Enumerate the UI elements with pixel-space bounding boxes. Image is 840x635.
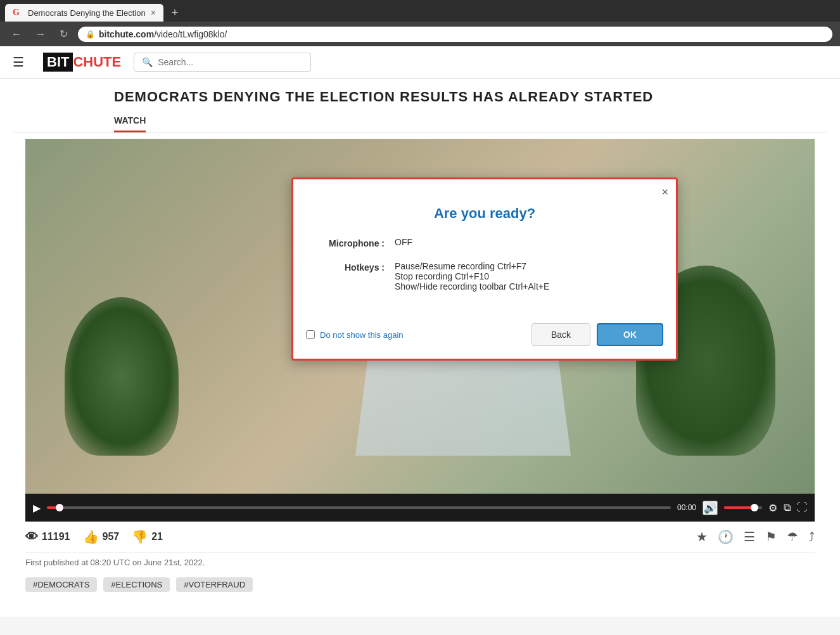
watch-tab-bar: WATCH	[13, 110, 827, 132]
dialog-footer: Do not show this again Back OK	[293, 317, 676, 359]
tag-voterfraud[interactable]: #VOTERFRAUD	[176, 577, 253, 592]
video-title: DEMOCRATS DENYING THE ELECTION RESULTS H…	[13, 79, 827, 105]
watchlater-icon[interactable]: 🕐	[718, 529, 734, 544]
site-header: ☰ BIT CHUTE 🔍	[0, 46, 840, 79]
forward-btn[interactable]: →	[32, 26, 49, 42]
hotkey-line-3: Show/Hide recording toolbar Ctrl+Alt+E	[395, 281, 549, 292]
do-not-show-wrap[interactable]: Do not show this again	[306, 330, 404, 340]
time-display: 00:00	[677, 503, 696, 512]
microphone-label: Microphone :	[319, 237, 395, 248]
dialog-body: Are you ready? Microphone : OFF Hotkeys …	[293, 199, 676, 317]
microphone-row: Microphone : OFF	[319, 237, 651, 248]
tag-elections[interactable]: #ELECTIONS	[103, 577, 170, 592]
hotkeys-value: Pause/Resume recording Ctrl+F7 Stop reco…	[395, 261, 549, 292]
video-meta: First published at 08:20 UTC on June 21s…	[25, 553, 815, 572]
fullscreen-btn[interactable]: ⛶	[797, 502, 807, 513]
search-bar[interactable]: 🔍	[134, 53, 311, 72]
do-not-show-label: Do not show this again	[320, 330, 404, 340]
logo-bit: BIT	[43, 53, 73, 72]
dialog-title: Are you ready?	[319, 205, 651, 222]
progress-indicator	[56, 504, 63, 511]
dislikes-count: 21	[151, 531, 163, 542]
dialog: × Are you ready? Microphone : OFF Hotkey…	[291, 177, 678, 361]
search-icon: 🔍	[142, 57, 153, 67]
favorite-icon[interactable]: ★	[696, 529, 708, 544]
volume-bar[interactable]	[724, 506, 762, 509]
tab-title: Democrats Denying the Election	[28, 8, 146, 18]
ok-button[interactable]: OK	[597, 323, 663, 346]
new-tab-btn[interactable]: +	[166, 4, 184, 22]
hamburger-icon[interactable]: ☰	[13, 55, 24, 70]
play-btn[interactable]: ▶	[33, 502, 41, 514]
lock-icon: 🔒	[86, 30, 95, 39]
address-text: bitchute.com/video/tLwfig08klo/	[99, 29, 825, 39]
back-button[interactable]: Back	[531, 323, 590, 346]
address-domain: bitchute.com	[99, 29, 154, 39]
active-tab[interactable]: G Democrats Denying the Election ×	[5, 4, 163, 22]
views-stat: 👁 11191	[25, 530, 70, 544]
plant-left	[65, 297, 179, 456]
progress-bar[interactable]	[47, 506, 671, 509]
external-btn[interactable]: ⧉	[784, 502, 791, 513]
thumbdown-icon: 👎	[132, 529, 148, 544]
refresh-btn[interactable]: ↻	[56, 25, 72, 42]
umbrella-icon[interactable]: ☂	[787, 529, 798, 544]
hotkeys-label: Hotkeys :	[319, 261, 395, 273]
eye-icon: 👁	[25, 530, 38, 544]
likes-count: 957	[103, 531, 120, 542]
published-date: First published at 08:20 UTC on June 21s…	[25, 558, 205, 567]
address-input[interactable]: 🔒 bitchute.com/video/tLwfig08klo/	[78, 27, 832, 42]
dialog-buttons: Back OK	[531, 323, 663, 346]
playlist-icon[interactable]: ☰	[744, 529, 755, 544]
tab-bar: G Democrats Denying the Election × +	[0, 0, 840, 22]
dislikes-stat[interactable]: 👎 21	[132, 529, 163, 544]
hotkeys-row: Hotkeys : Pause/Resume recording Ctrl+F7…	[319, 261, 651, 292]
dialog-close-btn[interactable]: ×	[661, 186, 668, 199]
watch-tab[interactable]: WATCH	[114, 110, 146, 132]
do-not-show-checkbox[interactable]	[306, 330, 315, 339]
video-controls: ▶ 00:00 🔊 ⚙ ⧉ ⛶	[25, 494, 815, 522]
browser-chrome: G Democrats Denying the Election × + ← →…	[0, 0, 840, 46]
back-btn[interactable]: ←	[8, 26, 25, 42]
likes-stat[interactable]: 👍 957	[83, 529, 120, 544]
volume-btn[interactable]: 🔊	[703, 501, 718, 515]
logo-chute: CHUTE	[73, 54, 121, 70]
thumbup-icon: 👍	[83, 529, 99, 544]
flag-icon[interactable]: ⚑	[765, 529, 777, 544]
hotkey-line-1: Pause/Resume recording Ctrl+F7	[395, 261, 549, 271]
action-icons: ★ 🕐 ☰ ⚑ ☂ ⤴	[696, 529, 815, 544]
address-bar: ← → ↻ 🔒 bitchute.com/video/tLwfig08klo/	[0, 22, 840, 46]
volume-fill	[724, 506, 754, 509]
tags-row: #DEMOCRATS #ELECTIONS #VOTERFRAUD	[25, 572, 815, 597]
microphone-value: OFF	[395, 237, 412, 247]
search-input[interactable]	[158, 57, 284, 67]
logo: BIT CHUTE	[43, 53, 121, 72]
favicon: G	[13, 8, 23, 18]
views-count: 11191	[42, 531, 70, 542]
volume-indicator	[751, 504, 758, 511]
share-icon[interactable]: ⤴	[808, 530, 815, 544]
address-path: /video/tLwfig08klo/	[154, 29, 227, 39]
dialog-header: ×	[293, 179, 676, 199]
tag-democrats[interactable]: #DEMOCRATS	[25, 577, 97, 592]
settings-btn[interactable]: ⚙	[768, 502, 777, 514]
tab-close-btn[interactable]: ×	[151, 8, 156, 18]
video-stats: 👁 11191 👍 957 👎 21 ★ 🕐 ☰ ⚑ ☂ ⤴	[25, 522, 815, 553]
hotkey-line-2: Stop recording Ctrl+F10	[395, 271, 549, 281]
